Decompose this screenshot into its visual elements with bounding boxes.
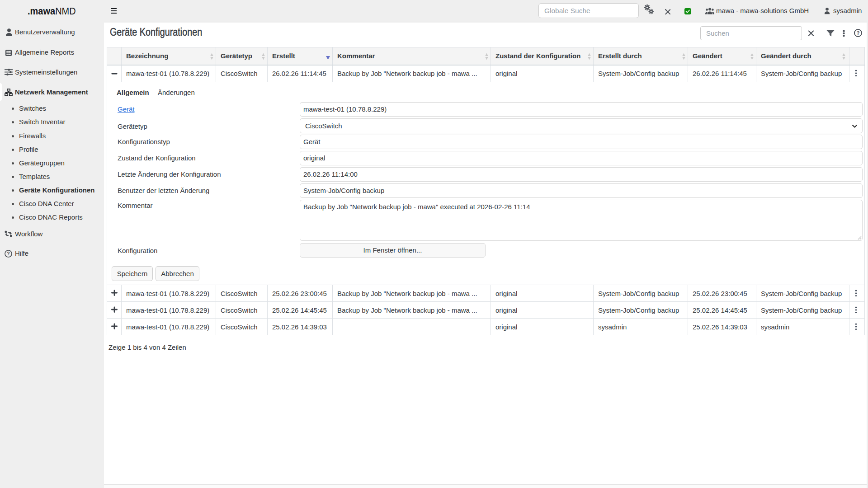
svg-text:?: ?: [857, 30, 860, 36]
svg-text:?: ?: [7, 251, 9, 256]
